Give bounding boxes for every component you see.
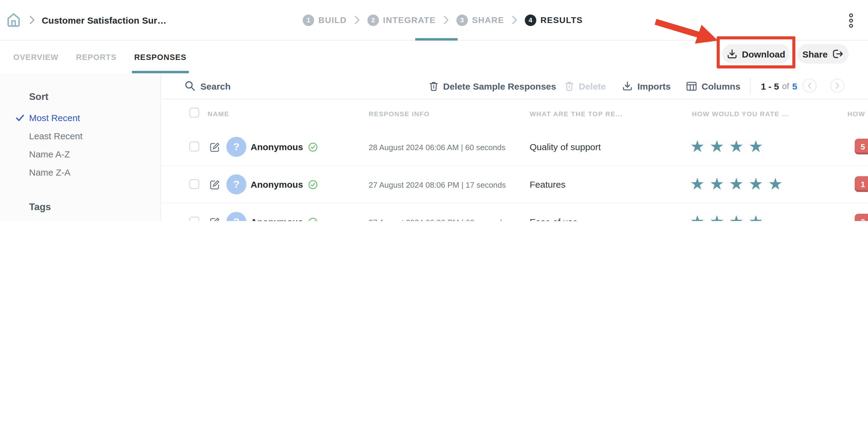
edit-icon[interactable]	[210, 179, 220, 190]
download-icon	[727, 49, 737, 59]
avatar: ?	[226, 212, 246, 221]
delete-button[interactable]: Delete	[565, 73, 606, 99]
avatar: ?	[226, 174, 246, 194]
import-icon	[622, 81, 632, 91]
step-label: INTEGRATE	[383, 15, 436, 25]
response-topic: Features	[530, 179, 565, 189]
tab-responses[interactable]: RESPONSES	[134, 40, 186, 73]
survey-title: Customer Satisfaction Sur…	[42, 15, 166, 25]
row-checkbox[interactable]	[189, 142, 199, 151]
share-icon	[833, 49, 843, 59]
imports-label: Imports	[638, 81, 671, 91]
sort-option-label: Least Recent	[29, 131, 83, 141]
row-checkbox[interactable]	[189, 217, 199, 221]
step-integrate[interactable]: 2 INTEGRATE	[367, 14, 436, 26]
pagination-count: 1 - 5 of 5	[761, 73, 797, 99]
response-info: 27 August 2024 06:06 PM | 60 seconds	[369, 218, 506, 221]
column-header-rating: HOW WOULD YOU RATE ...	[692, 110, 789, 117]
download-label: Download	[742, 49, 785, 59]
trash-icon	[565, 81, 574, 91]
previous-page-button[interactable]	[803, 79, 816, 93]
columns-label: Columns	[702, 81, 740, 91]
app-root: Customer Satisfaction Sur… 1 BUILD 2 INT…	[0, 0, 868, 221]
respondent-name: Anonymous	[251, 142, 303, 152]
step-number: 1	[303, 14, 314, 26]
completed-check-icon	[308, 180, 318, 189]
top-header: Customer Satisfaction Sur… 1 BUILD 2 INT…	[0, 0, 868, 40]
step-results[interactable]: 4 RESULTS	[525, 14, 583, 26]
respondent-name: Anonymous	[251, 179, 303, 189]
tab-overview[interactable]: OVERVIEW	[13, 40, 58, 73]
chevron-right-icon	[444, 16, 448, 24]
table-header: NAME RESPONSE INFO WHAT ARE THE TOP RE..…	[162, 99, 868, 128]
tags-heading: Tags	[29, 201, 160, 213]
respondent-name: Anonymous	[251, 217, 303, 221]
table-row[interactable]: ? Anonymous 27 August 2024 08:06 PM | 17…	[162, 166, 868, 203]
table-row[interactable]: ? Anonymous 27 August 2024 06:06 PM | 60…	[162, 203, 868, 221]
responses-toolbar: Search Delete Sample Responses	[162, 73, 868, 99]
column-header-name: NAME	[208, 110, 229, 117]
toolbar-divider	[750, 78, 751, 94]
delete-sample-label: Delete Sample Responses	[443, 81, 556, 91]
table-row[interactable]: ? Anonymous 28 August 2024 06:06 AM | 60…	[162, 128, 868, 166]
star-rating: ★★★★	[690, 137, 768, 156]
chevron-right-icon	[30, 16, 34, 24]
count-badge: 3	[855, 214, 868, 221]
response-info: 28 August 2024 06:06 AM | 60 seconds	[369, 143, 505, 152]
chevron-right-icon	[355, 16, 360, 24]
avatar: ?	[226, 137, 246, 157]
row-checkbox[interactable]	[189, 179, 199, 189]
completed-check-icon	[308, 217, 318, 221]
tab-bar: OVERVIEW REPORTS RESPONSES Download Shar…	[0, 40, 868, 74]
count-badge: 1	[855, 176, 868, 192]
edit-icon[interactable]	[210, 217, 220, 221]
kebab-menu-icon[interactable]	[849, 13, 854, 28]
download-button[interactable]: Download	[722, 44, 790, 64]
columns-button[interactable]: Columns	[686, 73, 740, 99]
step-number: 3	[456, 14, 468, 26]
sort-option-label: Most Recent	[29, 113, 80, 123]
chevron-right-icon	[512, 16, 517, 24]
step-label: BUILD	[318, 15, 347, 25]
delete-sample-responses-button[interactable]: Delete Sample Responses	[429, 73, 556, 99]
home-icon[interactable]	[6, 12, 21, 28]
step-number: 4	[525, 14, 536, 26]
share-label: Share	[802, 49, 828, 59]
sort-option-label: Name Z-A	[29, 167, 70, 177]
step-share[interactable]: 3 SHARE	[456, 14, 504, 26]
sort-heading: Sort	[29, 91, 160, 103]
trash-icon	[429, 81, 438, 91]
completed-check-icon	[308, 142, 318, 152]
search-button[interactable]: Search	[185, 73, 230, 99]
column-header-how: HOW	[847, 110, 865, 117]
pagination-range: 1 - 5	[761, 81, 779, 91]
step-label: SHARE	[472, 15, 504, 25]
step-number: 2	[367, 14, 379, 26]
pagination-of: of	[782, 81, 789, 91]
search-icon	[185, 81, 195, 91]
star-rating: ★★★★★	[690, 174, 787, 194]
tab-reports[interactable]: REPORTS	[76, 40, 117, 73]
sidebar: Sort Most Recent Least Recent Name A-Z N…	[0, 73, 161, 221]
sort-option-most-recent[interactable]: Most Recent	[29, 109, 160, 127]
delete-label: Delete	[579, 81, 606, 91]
columns-icon	[686, 82, 697, 90]
sort-option-name-az[interactable]: Name A-Z	[29, 145, 160, 164]
next-page-button[interactable]	[831, 79, 844, 93]
sort-option-least-recent[interactable]: Least Recent	[29, 127, 160, 145]
sort-option-name-za[interactable]: Name Z-A	[29, 164, 160, 182]
imports-button[interactable]: Imports	[622, 73, 671, 99]
share-button[interactable]: Share	[797, 44, 849, 64]
pagination-total: 5	[792, 81, 797, 91]
select-all-checkbox[interactable]	[189, 108, 199, 117]
count-badge: 5	[855, 139, 868, 154]
sort-options: Most Recent Least Recent Name A-Z Name Z…	[29, 109, 160, 182]
column-header-top-reasons: WHAT ARE THE TOP RE...	[530, 110, 623, 117]
responses-panel: Search Delete Sample Responses	[162, 73, 868, 221]
step-build[interactable]: 1 BUILD	[303, 14, 347, 26]
survey-stepper: 1 BUILD 2 INTEGRATE 3 SHARE 4 RESULTS	[303, 0, 583, 40]
edit-icon[interactable]	[210, 142, 220, 153]
check-icon	[16, 114, 24, 122]
breadcrumb: Customer Satisfaction Sur…	[6, 0, 166, 40]
response-topic: Quality of support	[530, 142, 601, 152]
